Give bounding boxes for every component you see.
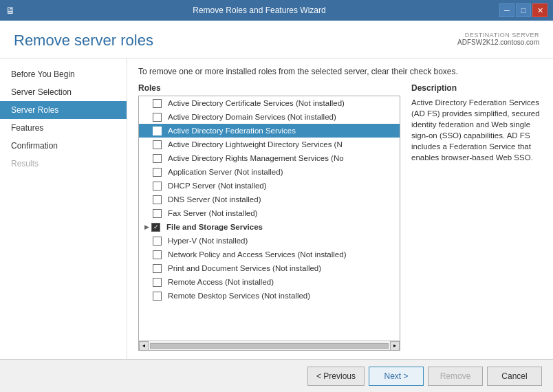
role-checkbox[interactable]	[153, 168, 162, 177]
horizontal-scrollbar[interactable]: ◂ ▸	[139, 340, 400, 350]
sidebar-item-confirmation[interactable]: Confirmation	[0, 137, 127, 155]
remove-button[interactable]: Remove	[428, 367, 483, 386]
next-button[interactable]: Next >	[369, 367, 424, 386]
role-label: Active Directory Rights Management Servi…	[168, 154, 344, 162]
role-label: Hyper-V (Not installed)	[168, 237, 248, 245]
role-checkbox[interactable]	[153, 127, 162, 135]
sidebar-item-server-selection[interactable]: Server Selection	[0, 83, 127, 101]
role-label: File and Storage Services	[166, 223, 263, 231]
window-title: Remove Roles and Features Wizard	[19, 6, 499, 15]
role-label: Fax Server (Not installed)	[168, 209, 257, 217]
main-window: Remove server roles DESTINATION SERVER A…	[0, 21, 553, 392]
role-checkbox[interactable]	[153, 264, 162, 273]
header: Remove server roles DESTINATION SERVER A…	[0, 21, 553, 58]
role-item[interactable]: Active Directory Rights Management Servi…	[139, 151, 400, 165]
role-checkbox[interactable]: ✓	[151, 223, 160, 232]
role-checkbox[interactable]	[153, 182, 162, 190]
role-label: DNS Server (Not installed)	[168, 195, 261, 204]
roles-label: Roles	[138, 83, 400, 93]
role-checkbox[interactable]	[153, 113, 162, 122]
role-label: Active Directory Domain Services (Not in…	[168, 113, 336, 121]
role-item[interactable]: Print and Document Services (Not install…	[139, 261, 400, 275]
role-label: Active Directory Federation Services	[168, 127, 296, 135]
panel-body: Roles Active Directory Certificate Servi…	[138, 83, 542, 351]
role-checkbox[interactable]	[153, 278, 162, 287]
scroll-thumb[interactable]	[150, 343, 389, 349]
role-checkbox[interactable]	[153, 292, 162, 301]
description-label: Description	[411, 83, 542, 93]
roles-list[interactable]: Active Directory Certificate Services (N…	[139, 96, 400, 340]
role-checkbox[interactable]	[153, 237, 162, 246]
destination-server: DESTINATION SERVER ADFSW2K12.contoso.com	[457, 32, 539, 46]
role-label: DHCP Server (Not installed)	[168, 182, 267, 190]
scroll-left-btn[interactable]: ◂	[139, 341, 149, 351]
sidebar-item-before-you-begin[interactable]: Before You Begin	[0, 65, 127, 83]
role-label: Remote Access (Not installed)	[168, 278, 274, 286]
role-checkbox[interactable]	[153, 250, 162, 259]
role-item[interactable]: Remote Access (Not installed)	[139, 275, 400, 289]
sidebar-item-server-roles[interactable]: Server Roles	[0, 101, 127, 119]
restore-button[interactable]: □	[516, 3, 531, 17]
window-controls: ─ □ ✕	[499, 3, 547, 17]
title-bar: 🖥 Remove Roles and Features Wizard ─ □ ✕	[0, 0, 553, 21]
role-item[interactable]: Active Directory Certificate Services (N…	[139, 96, 400, 110]
role-item[interactable]: Application Server (Not installed)	[139, 165, 400, 179]
role-label: Remote Desktop Services (Not installed)	[168, 292, 310, 300]
app-icon: 🖥	[6, 5, 15, 16]
role-item[interactable]: Active Directory Lightweight Directory S…	[139, 138, 400, 151]
role-label: Application Server (Not installed)	[168, 168, 283, 176]
scroll-right-btn[interactable]: ▸	[390, 341, 400, 351]
role-checkbox[interactable]	[153, 209, 162, 218]
footer: < Previous Next > Remove Cancel	[0, 359, 553, 392]
sidebar-item-features[interactable]: Features	[0, 119, 127, 137]
role-item[interactable]: Active Directory Federation Services	[139, 124, 400, 138]
role-label: Active Directory Certificate Services (N…	[168, 99, 345, 107]
role-checkbox[interactable]	[153, 195, 162, 204]
role-label: Network Policy and Access Services (Not …	[168, 250, 347, 259]
role-label: Active Directory Lightweight Directory S…	[168, 140, 343, 149]
role-item[interactable]: DNS Server (Not installed)	[139, 193, 400, 206]
expand-icon: ▶	[144, 224, 149, 230]
page-title: Remove server roles	[14, 32, 153, 50]
sidebar-item-results: Results	[0, 155, 127, 173]
main-panel: To remove one or more installed roles fr…	[127, 58, 553, 359]
role-item[interactable]: ▶✓File and Storage Services	[139, 220, 400, 234]
role-item[interactable]: Hyper-V (Not installed)	[139, 234, 400, 248]
close-button[interactable]: ✕	[532, 3, 547, 17]
role-label: Print and Document Services (Not install…	[168, 264, 321, 272]
description-section: Description Active Directory Federation …	[411, 83, 542, 351]
role-item[interactable]: Active Directory Domain Services (Not in…	[139, 110, 400, 124]
role-checkbox[interactable]	[153, 154, 162, 163]
role-item[interactable]: Network Policy and Access Services (Not …	[139, 248, 400, 261]
role-item[interactable]: Fax Server (Not installed)	[139, 206, 400, 220]
role-checkbox[interactable]	[153, 140, 162, 149]
roles-section: Roles Active Directory Certificate Servi…	[138, 83, 400, 351]
role-checkbox[interactable]	[153, 99, 162, 108]
previous-button[interactable]: < Previous	[307, 367, 365, 386]
dest-server-value: ADFSW2K12.contoso.com	[457, 39, 539, 46]
dest-server-label: DESTINATION SERVER	[457, 32, 539, 39]
cancel-button[interactable]: Cancel	[487, 367, 542, 386]
description-text: Active Directory Federation Services (AD…	[411, 97, 542, 164]
instruction-text: To remove one or more installed roles fr…	[138, 67, 542, 76]
sidebar: Before You BeginServer SelectionServer R…	[0, 58, 127, 359]
role-item[interactable]: DHCP Server (Not installed)	[139, 179, 400, 193]
minimize-button[interactable]: ─	[499, 3, 514, 17]
roles-list-container: Active Directory Certificate Services (N…	[138, 96, 400, 351]
role-item[interactable]: Remote Desktop Services (Not installed)	[139, 289, 400, 303]
content-area: Before You BeginServer SelectionServer R…	[0, 58, 553, 359]
